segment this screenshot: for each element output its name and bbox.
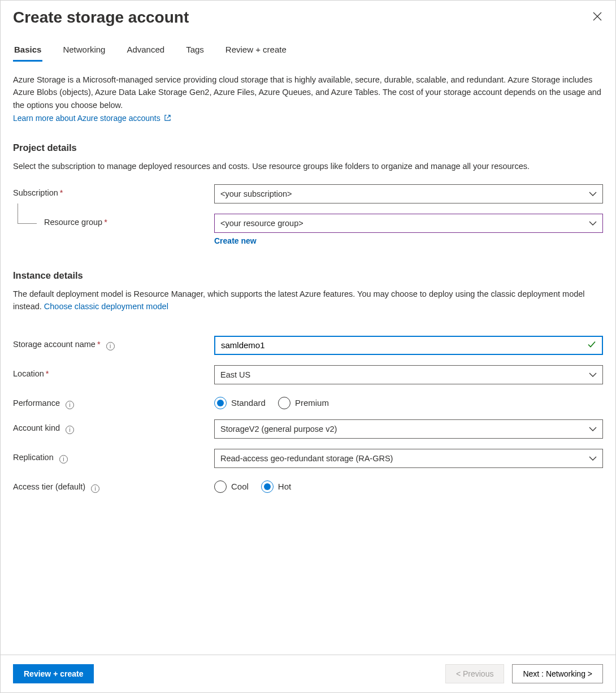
access-tier-radio-group: Cool Hot	[214, 478, 603, 493]
required-asterisk: *	[104, 218, 107, 227]
tab-basics[interactable]: Basics	[13, 41, 42, 62]
access-tier-label: Access tier (default) i	[13, 478, 214, 493]
account-kind-label: Account kind i	[13, 419, 214, 434]
radio-icon	[278, 397, 290, 409]
info-icon[interactable]: i	[59, 455, 68, 464]
info-icon[interactable]: i	[66, 426, 74, 434]
tab-networking[interactable]: Networking	[62, 41, 106, 62]
replication-label: Replication i	[13, 449, 214, 464]
tab-tags[interactable]: Tags	[185, 41, 205, 62]
radio-icon	[261, 480, 274, 493]
required-asterisk: *	[97, 340, 101, 349]
required-asterisk: *	[46, 369, 49, 378]
learn-more-link[interactable]: Learn more about Azure storage accounts	[13, 114, 171, 123]
close-button[interactable]	[591, 10, 604, 23]
tab-review-create[interactable]: Review + create	[224, 41, 288, 62]
performance-label: Performance i	[13, 395, 214, 409]
storage-account-name-input[interactable]	[221, 340, 585, 350]
performance-radio-group: Standard Premium	[214, 395, 603, 409]
storage-account-name-input-wrap	[214, 336, 603, 355]
close-icon	[593, 12, 602, 21]
previous-button: < Previous	[445, 664, 505, 683]
resource-group-select[interactable]: <your resource group>	[214, 214, 603, 233]
next-button[interactable]: Next : Networking >	[512, 664, 603, 683]
chevron-down-icon	[589, 191, 597, 197]
tabs: Basics Networking Advanced Tags Review +…	[13, 41, 603, 62]
location-label: Location*	[13, 365, 214, 378]
project-details-desc: Select the subscription to manage deploy…	[13, 160, 603, 172]
dialog-title: Create storage account	[13, 8, 603, 27]
access-tier-cool-radio[interactable]: Cool	[214, 480, 249, 493]
project-details-heading: Project details	[13, 142, 603, 153]
classic-deployment-link[interactable]: Choose classic deployment model	[44, 302, 168, 311]
chevron-down-icon	[589, 220, 597, 226]
create-new-link[interactable]: Create new	[214, 236, 257, 245]
access-tier-hot-radio[interactable]: Hot	[261, 480, 291, 493]
location-select[interactable]: East US	[214, 365, 603, 384]
account-kind-select[interactable]: StorageV2 (general purpose v2)	[214, 419, 603, 439]
info-icon[interactable]: i	[106, 342, 115, 350]
external-link-icon	[164, 114, 171, 123]
subscription-label: Subscription*	[13, 184, 214, 197]
radio-icon	[214, 397, 227, 409]
dialog-footer: Review + create < Previous Next : Networ…	[1, 655, 615, 692]
instance-details-heading: Instance details	[13, 270, 603, 281]
info-icon[interactable]: i	[91, 484, 99, 493]
chevron-down-icon	[589, 456, 597, 461]
replication-select[interactable]: Read-access geo-redundant storage (RA-GR…	[214, 449, 603, 468]
performance-premium-radio[interactable]: Premium	[278, 397, 329, 409]
info-icon[interactable]: i	[66, 401, 74, 409]
review-create-button[interactable]: Review + create	[13, 664, 94, 683]
required-asterisk: *	[60, 188, 63, 197]
storage-account-name-label: Storage account name* i	[13, 336, 214, 350]
chevron-down-icon	[589, 372, 597, 378]
learn-more-text: Learn more about Azure storage accounts	[13, 114, 160, 123]
subscription-select[interactable]: <your subscription>	[214, 184, 603, 203]
chevron-down-icon	[589, 426, 597, 432]
instance-details-desc: The default deployment model is Resource…	[13, 288, 603, 313]
resource-group-label: Resource group*	[13, 214, 214, 227]
performance-standard-radio[interactable]: Standard	[214, 397, 266, 409]
intro-text: Azure Storage is a Microsoft-managed ser…	[13, 73, 603, 111]
radio-icon	[214, 480, 227, 493]
tree-indent-line	[18, 203, 37, 224]
create-storage-account-dialog: Create storage account Basics Networking…	[0, 0, 616, 693]
tab-advanced[interactable]: Advanced	[125, 41, 166, 62]
check-icon	[587, 340, 596, 350]
